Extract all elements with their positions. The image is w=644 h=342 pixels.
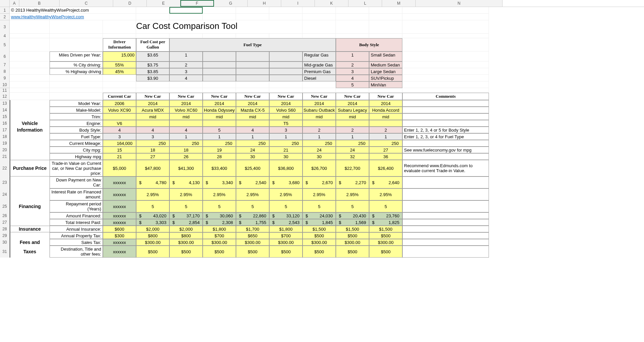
data-cell[interactable]: $300.00	[136, 239, 169, 246]
cell[interactable]	[50, 38, 103, 52]
data-cell[interactable]: 2.95%	[369, 188, 402, 200]
data-cell[interactable]: 250	[169, 140, 203, 147]
cell[interactable]	[402, 68, 489, 75]
fuel-cost-value[interactable]: $3.90	[136, 75, 169, 81]
data-cell[interactable]: $2,670	[303, 176, 336, 188]
data-cell[interactable]	[203, 120, 236, 127]
data-cell[interactable]: 2	[303, 127, 336, 133]
cell[interactable]	[336, 88, 369, 93]
col-hdr-A[interactable]: A	[10, 0, 19, 7]
cell[interactable]	[303, 34, 336, 38]
data-cell[interactable]: 30	[303, 153, 336, 160]
data-cell[interactable]: xxxxxx	[103, 219, 136, 226]
data-cell[interactable]: 2014	[336, 100, 369, 107]
cell[interactable]	[203, 75, 236, 81]
row-hdr-5[interactable]: 5	[0, 38, 10, 52]
data-cell[interactable]: $500	[336, 232, 369, 239]
comment-cell[interactable]	[402, 140, 489, 147]
section-label[interactable]: Taxes	[10, 246, 50, 258]
data-cell[interactable]: Volvo XC90	[103, 107, 136, 113]
data-cell[interactable]: $47,800	[136, 160, 169, 176]
data-cell[interactable]	[236, 120, 269, 127]
data-cell[interactable]: $23,760	[369, 212, 402, 219]
comment-cell[interactable]	[402, 153, 489, 160]
cell[interactable]	[103, 75, 136, 81]
row-label[interactable]: Model Year:	[50, 100, 103, 107]
body-name[interactable]: Small Sedan	[369, 52, 402, 61]
data-cell[interactable]: $800	[136, 232, 169, 239]
row-hdr-11[interactable]: 11	[0, 88, 10, 93]
cell[interactable]	[402, 81, 489, 88]
data-cell[interactable]: 250	[303, 140, 336, 147]
section-label[interactable]	[10, 153, 50, 160]
data-cell[interactable]: 32	[336, 153, 369, 160]
data-cell[interactable]: 21	[269, 147, 303, 153]
data-cell[interactable]: $700	[269, 232, 303, 239]
row-hdr-8[interactable]: 8	[0, 68, 10, 75]
data-cell[interactable]: xxxxxx	[103, 188, 136, 200]
data-cell[interactable]: $300	[103, 232, 136, 239]
fuel-type-name[interactable]: Mid-grade Gas	[303, 61, 336, 68]
body-idx[interactable]: 5	[336, 81, 369, 88]
cell[interactable]	[236, 61, 269, 68]
car-col-hdr[interactable]: New Car	[203, 93, 236, 100]
body-name[interactable]: MiniVan	[369, 81, 402, 88]
data-cell[interactable]: $41,300	[169, 160, 203, 176]
data-cell[interactable]: $4,780	[136, 176, 169, 188]
comment-cell[interactable]	[402, 219, 489, 226]
data-cell[interactable]: 5	[136, 200, 169, 212]
cell[interactable]	[402, 7, 489, 14]
row-label[interactable]: Trade-in Value on Current car, or New Ca…	[50, 160, 103, 176]
cell[interactable]	[203, 81, 236, 88]
cell[interactable]	[269, 14, 303, 20]
row-label[interactable]: Destination, Title and other fees:	[50, 246, 103, 258]
data-cell[interactable]: $20,430	[336, 212, 369, 219]
page-title[interactable]: Car Cost Comparison Tool	[136, 20, 303, 34]
data-cell[interactable]	[169, 120, 203, 127]
section-label[interactable]	[10, 188, 50, 200]
data-cell[interactable]: $500	[369, 232, 402, 239]
cell[interactable]	[169, 88, 203, 93]
body-name[interactable]: Large Sedan	[369, 68, 402, 75]
data-cell[interactable]: 27	[369, 147, 402, 153]
project-link[interactable]: www.HealthyWealthyWiseProject.com	[10, 14, 136, 20]
cell[interactable]	[50, 88, 103, 93]
row-label[interactable]: Amount Financed:	[50, 212, 103, 219]
comment-cell[interactable]	[402, 120, 489, 127]
section-label[interactable]	[10, 219, 50, 226]
cell[interactable]	[236, 88, 269, 93]
data-cell[interactable]: $500	[136, 246, 169, 258]
cell[interactable]	[10, 68, 50, 75]
row-hdr-25[interactable]: 25	[0, 200, 10, 213]
cell[interactable]	[203, 7, 236, 14]
comment-cell[interactable]: See www.fueleconomy.gov for mpg	[402, 147, 489, 153]
body-name[interactable]: SUV/Pickup	[369, 75, 402, 81]
data-cell[interactable]: 4	[236, 127, 269, 133]
cell[interactable]	[136, 7, 169, 14]
data-cell[interactable]: mid	[136, 113, 169, 120]
section-label[interactable]	[10, 232, 50, 239]
car-col-hdr[interactable]: New Car	[136, 93, 169, 100]
fuel-type-idx[interactable]: 4	[169, 75, 203, 81]
data-cell[interactable]: $300.00	[303, 239, 336, 246]
col-hdr-D[interactable]: D	[113, 0, 147, 7]
cell[interactable]	[336, 7, 369, 14]
data-cell[interactable]: 2006	[103, 100, 136, 107]
data-cell[interactable]: $2,543	[269, 219, 303, 226]
data-cell[interactable]: 5	[203, 200, 236, 212]
cell[interactable]	[269, 52, 303, 61]
data-cell[interactable]: $3,303	[136, 219, 169, 226]
data-cell[interactable]: 250	[369, 140, 402, 147]
data-cell[interactable]: 2	[369, 127, 402, 133]
cell[interactable]	[50, 20, 103, 34]
cell[interactable]	[236, 14, 269, 20]
row-label[interactable]: Total Interest Paid:	[50, 219, 103, 226]
row-hdr-31[interactable]: 31	[0, 246, 10, 258]
data-cell[interactable]: 18	[136, 147, 169, 153]
data-cell[interactable]: $300.00	[203, 239, 236, 246]
data-cell[interactable]: $26,700	[303, 160, 336, 176]
cell[interactable]	[203, 68, 236, 75]
data-cell[interactable]: 5	[169, 200, 203, 212]
data-cell[interactable]: $2,000	[136, 226, 169, 232]
cell[interactable]	[50, 75, 103, 81]
